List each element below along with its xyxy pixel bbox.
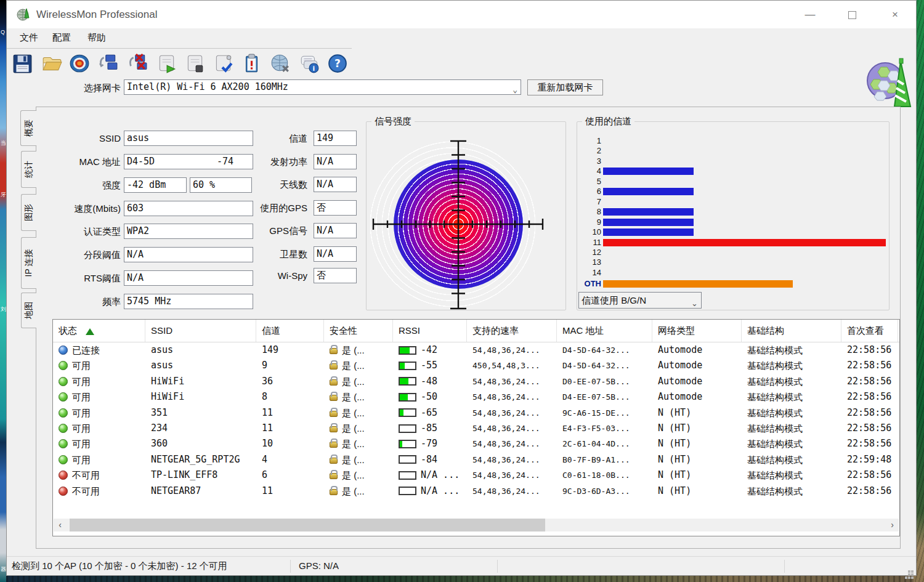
field-label-r0: 信道	[192, 131, 307, 146]
cell-网络类型: Automode	[652, 374, 742, 389]
toolbar-run-script-button[interactable]	[156, 53, 177, 74]
cell-text: 是 (...	[342, 483, 365, 499]
field-天线数[interactable]: N/A	[314, 177, 357, 192]
toolbar-disconnect-adapters-button[interactable]	[127, 53, 148, 74]
cell-MAC 地址: 9C-D3-6D-A3...	[557, 483, 652, 499]
toolbar-stop-script-button[interactable]	[184, 53, 205, 74]
field-卫星数[interactable]: N/A	[314, 246, 357, 262]
column-header-9[interactable]: 基础结构	[742, 320, 841, 342]
cell-text: 54,48,36,24...	[472, 421, 540, 436]
cell-text: 基础结构模式	[747, 358, 803, 373]
table-row-6[interactable]: 可用23411是 (...-8554,48,36,24...E4-F3-F5-0…	[53, 421, 899, 436]
maximize-button[interactable]	[841, 1, 863, 28]
column-header-3[interactable]: 信道	[256, 320, 324, 342]
cell-text: N (HT)	[658, 405, 691, 421]
table-row-9[interactable]: 不可用TP-LINK_EFF86是 (...N/A ...54,48,36,24…	[53, 467, 899, 483]
minimize-button[interactable]: —	[799, 1, 821, 28]
cell-text: 10	[262, 436, 273, 451]
tab-stats[interactable]: 统计	[21, 151, 36, 188]
app-window: WirelessMon Professional — × 文件配置帮助 i? 选…	[6, 0, 917, 576]
toolbar-clipboard-report-button[interactable]	[241, 53, 262, 74]
scroll-left-icon[interactable]: ‹	[54, 519, 67, 531]
status-orb-green	[59, 455, 68, 464]
toolbar-open-folder-button[interactable]	[41, 53, 62, 74]
ap-summary-status: 检测到 10 个AP (10 个加密 - 0 个未加密) - 12 个可用	[12, 557, 227, 576]
strength-dbm-field[interactable]: -42 dBm	[124, 177, 187, 193]
menu-item-1[interactable]: 文件	[16, 28, 42, 49]
field-发射功率[interactable]: N/A	[314, 154, 357, 169]
cell-MAC 地址: 2C-61-04-4D...	[557, 436, 652, 451]
close-button[interactable]: ×	[884, 1, 906, 28]
tab-ip-connections[interactable]: IP 连接	[21, 237, 36, 289]
column-header-label: RSSI	[399, 325, 420, 336]
toolbar-globe-tools-button[interactable]	[270, 53, 291, 74]
menu-item-2[interactable]: 配置	[49, 28, 75, 49]
column-header-1[interactable]: 状态	[53, 320, 145, 342]
table-row-4[interactable]: 可用HiWiFi8是 (...-5054,48,36,24...D4-EE-07…	[53, 389, 899, 405]
field-label-r5: 卫星数	[192, 246, 307, 262]
cell-信道: 11	[256, 483, 324, 499]
column-header-10[interactable]: 首次查看	[841, 320, 898, 342]
column-header-4[interactable]: 安全性	[324, 320, 393, 342]
channel-usage-dropdown[interactable]: 信道使用 B/G/N ⌄	[578, 292, 702, 309]
cell-网络类型: N (HT)	[652, 467, 742, 483]
reload-adapter-button[interactable]: 重新加载网卡	[527, 79, 603, 95]
column-header-7[interactable]: MAC 地址	[557, 320, 652, 342]
adapter-combobox[interactable]: Intel(R) Wi-Fi 6 AX200 160MHz ⌄	[124, 79, 521, 95]
scroll-right-icon[interactable]: ›	[886, 519, 899, 531]
column-header-5[interactable]: RSSI	[393, 320, 467, 342]
cell-text: -42	[421, 342, 437, 358]
field-Wi-Spy[interactable]: 否	[314, 268, 357, 283]
field-使用的GPS[interactable]: 否	[314, 200, 357, 216]
field-GPS信号[interactable]: N/A	[314, 223, 357, 238]
svg-text:?: ?	[334, 57, 341, 70]
adapter-label: 选择网卡	[62, 80, 121, 95]
toolbar-reload-adapters-button[interactable]	[97, 53, 118, 74]
field-label-r6: Wi-Spy	[192, 268, 307, 283]
toolbar-target-button[interactable]	[69, 53, 90, 74]
table-row-2[interactable]: 可用asus9是 (...-55450,54,48,3...D4-5D-64-3…	[53, 358, 899, 373]
cell-状态: 不可用	[53, 467, 145, 483]
cell-text: 是 (...	[342, 405, 365, 421]
menu-item-3[interactable]: 帮助	[84, 28, 110, 49]
toolbar-help-button[interactable]: ?	[327, 53, 348, 74]
table-row-7[interactable]: 可用36010是 (...-7954,48,36,24...2C-61-04-4…	[53, 436, 899, 451]
cell-安全性: 是 (...	[324, 405, 393, 421]
toolbar-chat-info-button[interactable]: i	[299, 53, 320, 74]
cell-网络类型: N (HT)	[652, 405, 742, 421]
field-频率[interactable]: 5745 MHz	[124, 294, 253, 309]
resize-grip[interactable]	[911, 570, 914, 573]
app-icon	[16, 7, 31, 22]
channel-bar-10	[603, 228, 694, 236]
column-header-2[interactable]: SSID	[145, 320, 256, 342]
rssi-meter-fill	[400, 347, 410, 354]
field-信道[interactable]: 149	[314, 131, 357, 146]
table-row-1[interactable]: 已连接asus149是 (...-4254,48,36,24...D4-5D-6…	[53, 342, 899, 358]
scrollbar-thumb[interactable]	[70, 519, 545, 531]
cell-text: 149	[262, 342, 278, 358]
table-row-3[interactable]: 可用HiWiFi36是 (...-4854,48,36,24...D0-EE-0…	[53, 374, 899, 389]
table-row-5[interactable]: 可用35111是 (...-6554,48,36,24...9C-A6-15-D…	[53, 405, 899, 421]
cell-text: C0-61-18-0B...	[562, 467, 630, 483]
table-row-8[interactable]: 可用NETGEAR_5G_RPT2G4是 (...-8454,48,36,24.…	[53, 452, 899, 467]
stop-script-icon	[184, 53, 205, 74]
tab-graphs[interactable]: 图形	[21, 194, 36, 231]
cell-text: 54,48,36,24...	[472, 405, 540, 421]
tab-map[interactable]: 地图	[21, 293, 36, 328]
cell-text: N (HT)	[658, 467, 691, 483]
toolbar-save-button[interactable]	[12, 53, 33, 74]
column-header-6[interactable]: 支持的速率	[467, 320, 557, 342]
cell-安全性: 是 (...	[324, 452, 393, 467]
cell-text: 是 (...	[342, 436, 365, 451]
toolbar-verify-script-button[interactable]	[213, 53, 233, 74]
column-header-label: 网络类型	[658, 325, 695, 336]
status-orb-green	[59, 439, 68, 448]
titlebar[interactable]: WirelessMon Professional — ×	[7, 1, 916, 28]
table-row-10[interactable]: 不可用NETGEAR8711是 (...N/A ...54,48,36,24..…	[53, 483, 899, 499]
rssi-meter	[399, 362, 416, 370]
column-header-8[interactable]: 网络类型	[652, 320, 742, 342]
cell-状态: 可用	[53, 421, 145, 436]
cell-text: asus	[151, 358, 173, 373]
tab-summary[interactable]: 概要	[20, 110, 37, 146]
table-horizontal-scrollbar[interactable]: ‹ ›	[54, 519, 899, 531]
